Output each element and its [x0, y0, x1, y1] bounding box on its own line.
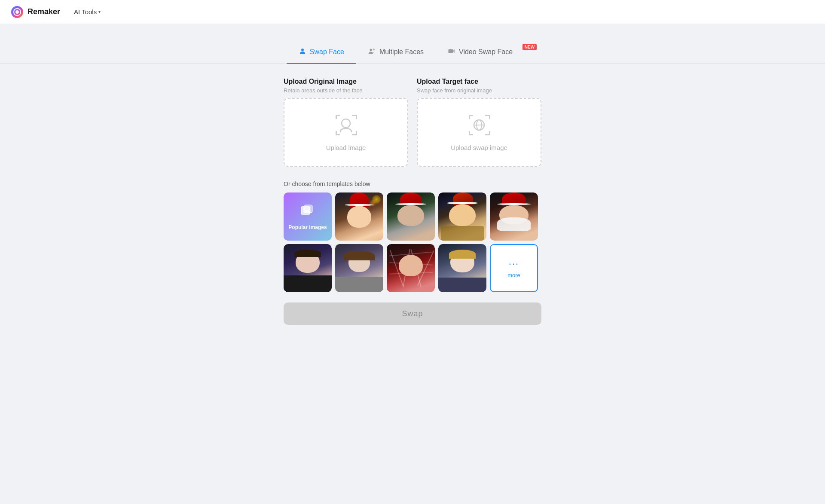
template-more-label: more — [507, 272, 520, 278]
upload-original-title: Upload Original Image — [284, 78, 408, 86]
template-6[interactable] — [335, 244, 383, 292]
svg-rect-22 — [485, 134, 489, 135]
popular-images-icon — [300, 203, 315, 221]
header: Remaker AI Tools ▾ — [0, 0, 825, 24]
upload-target-subtitle: Swap face from original image — [417, 87, 541, 94]
logo-area: Remaker AI Tools ▾ — [10, 5, 104, 19]
upload-original-col: Upload Original Image Retain areas outsi… — [284, 78, 408, 167]
chevron-down-icon: ▾ — [98, 9, 101, 14]
svg-point-15 — [342, 119, 350, 128]
ai-tools-button[interactable]: AI Tools ▾ — [70, 6, 104, 17]
upload-original-box[interactable]: Upload image — [284, 98, 408, 167]
tab-swap-face[interactable]: Swap Face — [287, 41, 356, 64]
templates-label: Or choose from templates below — [284, 180, 541, 187]
template-4[interactable] — [490, 192, 538, 241]
template-2[interactable] — [387, 192, 435, 241]
main-content: Swap Face Multiple Faces Video Swap Fa — [0, 24, 825, 342]
svg-rect-19 — [489, 115, 490, 119]
svg-rect-21 — [469, 131, 470, 135]
tab-video-swap-label: Video Swap Face — [459, 48, 513, 56]
upload-target-text: Upload swap image — [451, 144, 507, 151]
tab-multiple-faces[interactable]: Multiple Faces — [356, 41, 436, 64]
template-1[interactable] — [335, 192, 383, 241]
video-icon — [448, 47, 455, 57]
svg-point-1 — [15, 10, 19, 14]
upload-face-icon — [335, 114, 357, 139]
swap-button[interactable]: Swap — [284, 302, 541, 325]
svg-point-2 — [301, 49, 304, 51]
upload-labels-row: Upload Original Image Retain areas outsi… — [284, 78, 541, 167]
upload-section: Upload Original Image Retain areas outsi… — [284, 78, 541, 170]
swap-face-icon — [299, 47, 306, 57]
template-3[interactable] — [438, 192, 486, 241]
tab-swap-face-label: Swap Face — [310, 48, 344, 56]
remaker-logo-icon — [10, 5, 24, 19]
template-popular-label: Popular images — [288, 224, 327, 230]
template-more[interactable]: ··· more — [490, 244, 538, 292]
svg-rect-17 — [469, 115, 470, 119]
template-popular[interactable]: Popular images — [284, 192, 332, 241]
ai-tools-label: AI Tools — [74, 8, 97, 15]
multiple-faces-icon — [368, 47, 376, 57]
svg-rect-14 — [356, 131, 357, 135]
svg-rect-10 — [356, 115, 357, 119]
svg-rect-13 — [352, 134, 356, 135]
upload-original-subtitle: Retain areas outside of the face — [284, 87, 408, 94]
tab-video-swap[interactable]: Video Swap Face NEW — [436, 41, 538, 64]
svg-rect-8 — [336, 115, 337, 119]
upload-target-col: Upload Target face Swap face from origin… — [417, 78, 541, 167]
svg-marker-6 — [453, 49, 455, 53]
logo-text: Remaker — [28, 7, 60, 16]
svg-rect-12 — [336, 131, 337, 135]
svg-rect-5 — [449, 49, 453, 53]
template-5[interactable] — [284, 244, 332, 292]
template-7[interactable] — [387, 244, 435, 292]
template-8[interactable] — [438, 244, 486, 292]
new-badge: NEW — [522, 44, 537, 50]
svg-point-31 — [303, 208, 305, 210]
upload-target-box[interactable]: Upload swap image — [417, 98, 541, 167]
more-dots-icon: ··· — [509, 258, 519, 269]
tabs-nav: Swap Face Multiple Faces Video Swap Fa — [0, 41, 825, 64]
svg-rect-23 — [489, 131, 490, 135]
upload-target-title: Upload Target face — [417, 78, 541, 86]
tab-multiple-faces-label: Multiple Faces — [379, 48, 424, 56]
svg-point-3 — [370, 49, 372, 51]
svg-rect-18 — [485, 115, 489, 116]
upload-swap-icon — [468, 114, 490, 139]
svg-rect-9 — [352, 115, 356, 116]
templates-grid: Popular images — [284, 192, 541, 292]
svg-point-4 — [373, 49, 375, 51]
upload-original-text: Upload image — [326, 144, 366, 151]
